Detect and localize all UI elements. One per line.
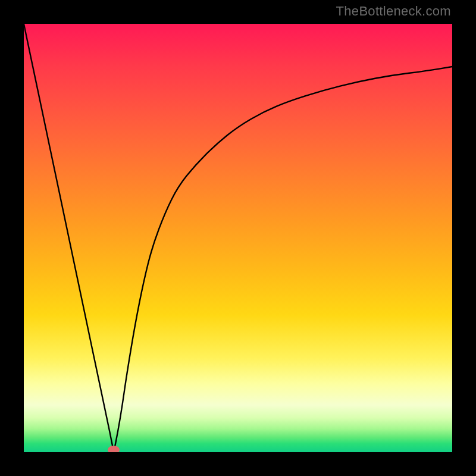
- chart-frame: TheBottleneck.com: [0, 0, 476, 476]
- plot-area: [24, 24, 452, 452]
- bottleneck-curve: [24, 24, 452, 452]
- curve-svg: [24, 24, 452, 452]
- watermark-text: TheBottleneck.com: [336, 4, 451, 19]
